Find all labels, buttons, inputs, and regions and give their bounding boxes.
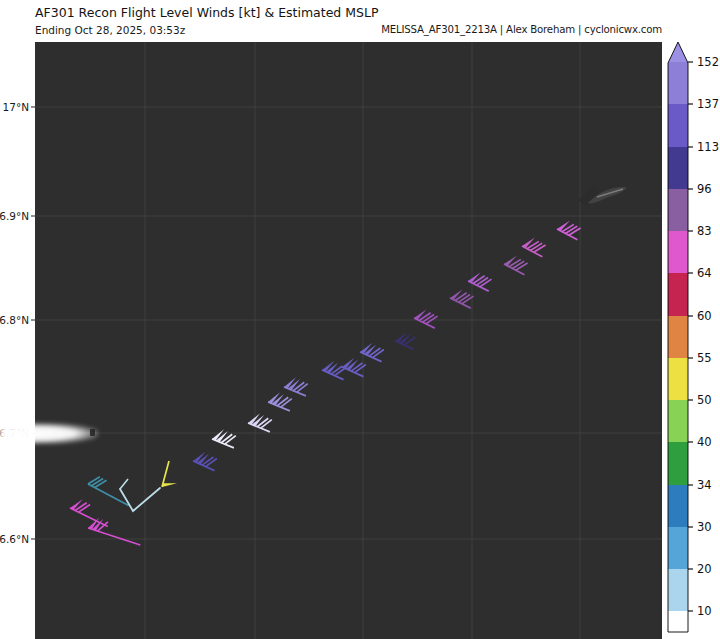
colorbar-segment (668, 189, 688, 231)
colorbar-segment (668, 569, 688, 611)
colorbar-tick-label: 96 (697, 182, 712, 196)
colorbar-tick-label: 55 (697, 351, 712, 365)
colorbar-segment (668, 147, 688, 189)
lat-tick-label: 16.6°N (0, 533, 29, 545)
colorbar-segment (668, 400, 688, 442)
colorbar-segment (668, 104, 688, 147)
colorbar-segment (668, 231, 688, 273)
colorbar-tick-label: 34 (697, 478, 712, 492)
colorbar-segment (668, 316, 688, 358)
colorbar-tick-label: 152 (697, 55, 719, 69)
colorbar-tick-label: 60 (697, 309, 712, 323)
colorbar-segment (668, 485, 688, 527)
colorbar-tick-label: 30 (697, 520, 712, 534)
lat-tick-label: 17°N (3, 101, 29, 113)
colorbar-segment (668, 62, 688, 104)
colorbar-segment (668, 273, 688, 316)
colorbar-tick-label: 64 (697, 266, 712, 280)
lat-tick-label: 16.7°N (0, 427, 29, 439)
colorbar-tick-label: 10 (697, 604, 712, 618)
colorbar: 1521371139683646055504034302010 (668, 42, 719, 632)
map-background (35, 42, 662, 639)
colorbar-segment-min (668, 611, 688, 632)
lat-tick-label: 16.9°N (0, 210, 29, 222)
colorbar-segment (668, 358, 688, 400)
colorbar-segment (668, 527, 688, 569)
wind-barb-map: 17°N16.9°N16.8°N16.7°N16.6°N152137113968… (0, 0, 720, 639)
colorbar-tick-label: 83 (697, 224, 712, 238)
recon-wind-chart-page: AF301 Recon Flight Level Winds [kt] & Es… (0, 0, 720, 639)
colorbar-arrow (668, 42, 688, 63)
colorbar-tick-label: 40 (697, 435, 712, 449)
colorbar-tick-label: 20 (697, 562, 712, 576)
colorbar-segment (668, 442, 688, 485)
lat-tick-label: 16.8°N (0, 314, 29, 326)
colorbar-tick-label: 50 (697, 393, 712, 407)
colorbar-tick-label: 137 (697, 97, 719, 111)
colorbar-tick-label: 113 (697, 140, 719, 154)
